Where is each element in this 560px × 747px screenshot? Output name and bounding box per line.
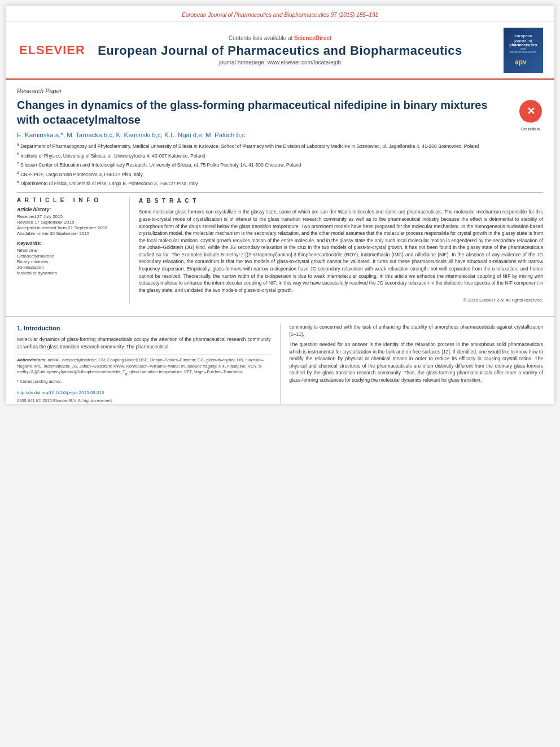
article-info-label: A R T I C L E I N F O (17, 197, 124, 203)
top-banner: European Journal of Pharmaceutics and Bi… (6, 6, 554, 22)
keyword-4: JG-relaxation (17, 265, 124, 270)
doi-link[interactable]: http://dx.doi.org/10.1016/j.ejpb.2015.09… (17, 390, 104, 395)
intro-heading: 1. Introduction (17, 324, 271, 333)
abbreviations-content: acMAI, octaacetylmaltose; CM, Coupling M… (17, 357, 264, 374)
journal-homepage: journal homepage: www.elsevier.com/locat… (68, 59, 492, 65)
svg-text:CrossMark: CrossMark (523, 119, 538, 122)
col2-para2: The question needed for an answer is the… (290, 341, 544, 383)
received-date: Received 27 July 2015 (17, 214, 124, 219)
svg-text:✕: ✕ (527, 106, 535, 117)
journal-title-area: Contents lists available at ScienceDirec… (68, 35, 492, 65)
affil-e: e Dipartimento di Fisica, Università di … (17, 179, 543, 187)
affil-d: d CNR-IPCF, Largo Bruno Pontecorvo 3, I-… (17, 170, 543, 178)
elsevier-logo: ELSEVIER (17, 39, 68, 62)
article-info-panel: A R T I C L E I N F O Article history: R… (17, 197, 130, 304)
issn-line: 0939-641 l/© 2015 Elsevier B.V. All righ… (17, 397, 271, 404)
science-direct-line: Contents lists available at ScienceDirec… (68, 35, 492, 41)
article-body: A R T I C L E I N F O Article history: R… (17, 192, 543, 304)
science-direct-link[interactable]: ScienceDirect (294, 35, 331, 41)
apv-logo: apv (512, 56, 535, 67)
keyword-1: Nifedipine (17, 248, 124, 253)
svg-text:apv: apv (515, 58, 527, 66)
journal-header: ELSEVIER Contents lists available at Sci… (6, 22, 554, 80)
abstract-panel: A B S T R A C T Some molecular glass-for… (139, 197, 543, 304)
affil-a: a Department of Pharmacognosy and Phytoc… (17, 142, 543, 150)
history-group: Article history: Received 27 July 2015 R… (17, 207, 124, 236)
intro-para-1: Molecular dynamics of glass-forming phar… (17, 336, 271, 350)
journal-logo-right: european journal of pharmaceutics and bi… (492, 28, 543, 73)
section-type: Research Paper (17, 88, 543, 94)
journal-reference: European Journal of Pharmaceutics and Bi… (182, 12, 378, 18)
column-right: community is concerned with the task of … (290, 324, 544, 404)
affil-b: b Institute of Physics, University of Si… (17, 151, 543, 160)
abstract-label: A B S T R A C T (139, 197, 543, 206)
abbreviations-text: Abbreviations: (17, 357, 48, 362)
keywords-label: Keywords: (17, 241, 124, 246)
column-left: 1. Introduction Molecular dynamics of gl… (17, 324, 271, 404)
authors-line: E. Kaminska a,*, M. Tarnacka b,c, K. Kam… (17, 132, 543, 138)
article-content: Research Paper Changes in dynamics of th… (6, 80, 554, 309)
doi-area: http://dx.doi.org/10.1016/j.ejpb.2015.09… (17, 389, 271, 404)
journal-title: European Journal of Pharmaceutics and Bi… (68, 43, 492, 58)
crossmark-icon[interactable]: ✕ CrossMark CrossMark (518, 99, 543, 124)
footnote-box: Abbreviations: acMAI, octaacetylmaltose;… (17, 355, 271, 385)
affiliations: a Department of Pharmacognosy and Phytoc… (17, 142, 543, 187)
page: European Journal of Pharmaceutics and Bi… (6, 6, 554, 404)
history-label: Article history: (17, 207, 124, 212)
article-title-area: Changes in dynamics of the glass-forming… (17, 98, 543, 127)
section-divider (6, 316, 554, 317)
corresponding-note: * Corresponding author. (17, 379, 271, 385)
keyword-2: Octaacetylmaltose (17, 254, 124, 259)
keyword-3: Binary mixtures (17, 259, 124, 264)
crossmark-svg: ✕ CrossMark (518, 99, 543, 124)
column-divider (280, 324, 281, 404)
affil-c: c Silesian Center of Education and Inter… (17, 160, 543, 169)
col2-para1: community is concerned with the task of … (290, 324, 544, 338)
copyright: © 2015 Elsevier B.V. All rights reserved… (139, 297, 543, 304)
accepted-date: Accepted in revised form 21 September 20… (17, 225, 124, 230)
available-date: Available online 30 September 2015 (17, 231, 124, 236)
abstract-text: Some molecular glass-formers can crystal… (139, 208, 543, 294)
keywords-group: Keywords: Nifedipine Octaacetylmaltose B… (17, 241, 124, 276)
article-title-text: Changes in dynamics of the glass-forming… (17, 98, 518, 127)
journal-brand-box: european journal of pharmaceutics and bi… (504, 28, 543, 73)
main-columns: 1. Introduction Molecular dynamics of gl… (6, 324, 554, 404)
keyword-5: Molecular dynamics (17, 270, 124, 276)
revised-date: Revised 17 September 2015 (17, 220, 124, 225)
